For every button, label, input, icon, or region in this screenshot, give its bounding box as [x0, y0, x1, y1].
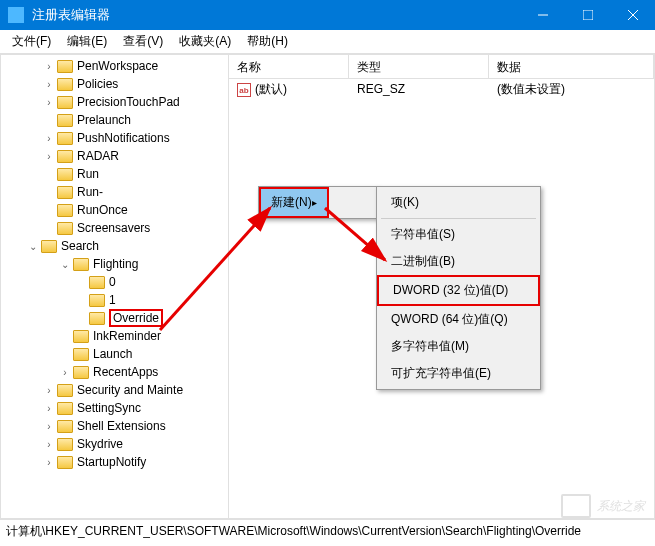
context-new[interactable]: 新建(N) ▸	[261, 189, 327, 216]
folder-icon	[57, 168, 73, 181]
maximize-button[interactable]	[565, 0, 610, 30]
tree-item[interactable]: Screensavers	[1, 219, 228, 237]
content-area: ›PenWorkspace ›Policies ›PrecisionTouchP…	[0, 54, 655, 519]
window-title: 注册表编辑器	[32, 6, 520, 24]
folder-icon	[57, 456, 73, 469]
minimize-button[interactable]	[520, 0, 565, 30]
tree-item[interactable]: ›Shell Extensions	[1, 417, 228, 435]
folder-icon	[57, 420, 73, 433]
folder-icon	[57, 96, 73, 109]
close-button[interactable]	[610, 0, 655, 30]
tree-item[interactable]: ›RecentApps	[1, 363, 228, 381]
tree-item[interactable]: ›PushNotifications	[1, 129, 228, 147]
column-name[interactable]: 名称	[229, 55, 349, 78]
folder-icon	[57, 402, 73, 415]
folder-icon	[89, 276, 105, 289]
string-icon: ab	[237, 83, 251, 97]
list-row[interactable]: ab(默认) REG_SZ (数值未设置)	[229, 79, 654, 99]
tree-item[interactable]: 0	[1, 273, 228, 291]
tree-item[interactable]: ›Security and Mainte	[1, 381, 228, 399]
menubar: 文件(F) 编辑(E) 查看(V) 收藏夹(A) 帮助(H)	[0, 30, 655, 54]
tree-panel[interactable]: ›PenWorkspace ›Policies ›PrecisionTouchP…	[1, 55, 229, 518]
cell-type: REG_SZ	[349, 80, 489, 98]
tree-item[interactable]: Launch	[1, 345, 228, 363]
menu-help[interactable]: 帮助(H)	[239, 29, 296, 54]
context-key[interactable]: 项(K)	[377, 189, 540, 216]
svg-rect-1	[583, 10, 593, 20]
context-binary[interactable]: 二进制值(B)	[377, 248, 540, 275]
tree-item[interactable]: ›PrecisionTouchPad	[1, 93, 228, 111]
tree-item[interactable]: ›Skydrive	[1, 435, 228, 453]
column-type[interactable]: 类型	[349, 55, 489, 78]
folder-icon	[57, 438, 73, 451]
folder-icon	[57, 186, 73, 199]
cell-name: ab(默认)	[229, 79, 349, 100]
folder-icon	[89, 312, 105, 325]
tree-item[interactable]: ›RADAR	[1, 147, 228, 165]
context-expandstring[interactable]: 可扩充字符串值(E)	[377, 360, 540, 387]
folder-icon	[57, 222, 73, 235]
menu-edit[interactable]: 编辑(E)	[59, 29, 115, 54]
window-controls	[520, 0, 655, 30]
folder-icon	[57, 132, 73, 145]
context-dword[interactable]: DWORD (32 位)值(D)	[377, 275, 540, 306]
tree-item-search[interactable]: ⌄Search	[1, 237, 228, 255]
tree-item[interactable]: ›StartupNotify	[1, 453, 228, 471]
folder-icon	[57, 60, 73, 73]
menu-divider	[381, 218, 536, 219]
folder-icon	[57, 150, 73, 163]
folder-icon	[73, 330, 89, 343]
folder-icon	[57, 114, 73, 127]
watermark-icon	[561, 494, 591, 518]
menu-file[interactable]: 文件(F)	[4, 29, 59, 54]
app-icon	[8, 7, 24, 23]
list-header: 名称 类型 数据	[229, 55, 654, 79]
context-menu-primary: 新建(N) ▸	[258, 186, 378, 219]
folder-icon	[41, 240, 57, 253]
tree-item-override[interactable]: Override	[1, 309, 228, 327]
folder-icon	[89, 294, 105, 307]
statusbar: 计算机\HKEY_CURRENT_USER\SOFTWARE\Microsoft…	[0, 519, 655, 541]
context-menu-submenu: 项(K) 字符串值(S) 二进制值(B) DWORD (32 位)值(D) QW…	[376, 186, 541, 390]
column-data[interactable]: 数据	[489, 55, 654, 78]
tree-item[interactable]: Prelaunch	[1, 111, 228, 129]
statusbar-path: 计算机\HKEY_CURRENT_USER\SOFTWARE\Microsoft…	[6, 524, 581, 538]
tree-item[interactable]: 1	[1, 291, 228, 309]
tree-item[interactable]: ›Policies	[1, 75, 228, 93]
menu-favorites[interactable]: 收藏夹(A)	[171, 29, 239, 54]
folder-icon	[73, 258, 89, 271]
context-string[interactable]: 字符串值(S)	[377, 221, 540, 248]
folder-icon	[57, 204, 73, 217]
tree-item-flighting[interactable]: ⌄Flighting	[1, 255, 228, 273]
context-multistring[interactable]: 多字符串值(M)	[377, 333, 540, 360]
tree-item[interactable]: ›SettingSync	[1, 399, 228, 417]
folder-icon	[73, 366, 89, 379]
tree-item[interactable]: InkReminder	[1, 327, 228, 345]
watermark: 系统之家	[561, 494, 645, 518]
folder-icon	[57, 384, 73, 397]
menu-view[interactable]: 查看(V)	[115, 29, 171, 54]
chevron-right-icon: ▸	[312, 197, 317, 208]
tree-item[interactable]: ›PenWorkspace	[1, 57, 228, 75]
titlebar: 注册表编辑器	[0, 0, 655, 30]
tree-item[interactable]: Run-	[1, 183, 228, 201]
tree-item[interactable]: Run	[1, 165, 228, 183]
folder-icon	[73, 348, 89, 361]
cell-data: (数值未设置)	[489, 79, 654, 100]
tree-item[interactable]: RunOnce	[1, 201, 228, 219]
folder-icon	[57, 78, 73, 91]
context-qword[interactable]: QWORD (64 位)值(Q)	[377, 306, 540, 333]
